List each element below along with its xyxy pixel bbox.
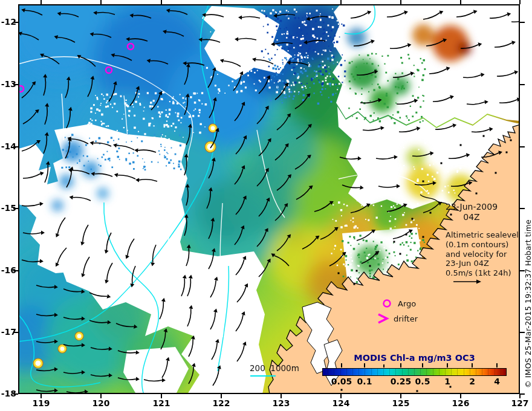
altimetry-info-annotation: Altimetric sealevel (0.1m contours) and …	[446, 230, 524, 278]
x-tick	[340, 0, 342, 4]
x-tick	[41, 394, 42, 398]
x-tick-label: 119	[29, 398, 53, 408]
colorbar-tick	[422, 363, 423, 367]
y-tick-label: -12	[0, 17, 16, 27]
colorbar-tick	[341, 363, 342, 367]
drifter-legend-label: drifter	[394, 314, 418, 323]
info-line: 23-Jun 04Z	[446, 259, 524, 268]
colorbar-tick	[364, 363, 365, 367]
x-tick	[519, 0, 521, 4]
x-tick	[519, 394, 521, 398]
x-tick	[161, 394, 162, 398]
info-line: and velocity for	[446, 250, 524, 259]
x-tick	[460, 394, 461, 398]
date-line: 23-Jun-2009	[432, 202, 511, 212]
x-tick-label: 126	[449, 398, 473, 408]
y-tick-label: -15	[0, 203, 16, 213]
x-tick	[100, 0, 102, 4]
map-area	[18, 4, 520, 394]
colorbar-segments	[322, 368, 507, 376]
info-line: 0.5m/s (1kt 24h)	[446, 268, 524, 278]
info-line: Altimetric sealevel	[446, 230, 524, 240]
x-tick-label: 122	[209, 398, 233, 408]
x-tick	[400, 0, 401, 4]
argo-legend-label: Argo	[398, 299, 416, 308]
y-tick	[520, 22, 525, 23]
y-tick-label: -16	[0, 265, 16, 275]
colorbar-minor-tick	[383, 364, 384, 367]
x-tick-label: 127	[508, 398, 532, 408]
x-tick	[100, 394, 102, 398]
y-tick	[520, 146, 525, 147]
colorbar-tick	[400, 363, 401, 367]
x-tick-label: 123	[269, 398, 293, 408]
date-annotation: 23-Jun-2009 04Z	[432, 202, 511, 222]
y-tick-label: -14	[0, 141, 16, 151]
info-line: (0.1m contours)	[446, 240, 524, 250]
map-canvas	[18, 4, 520, 394]
x-tick	[221, 0, 222, 4]
depth-contour-legend-label: 200 1000m	[250, 363, 299, 373]
colorbar-tick	[447, 363, 448, 367]
x-tick	[281, 0, 282, 4]
y-tick-label: -17	[0, 327, 16, 337]
x-tick	[161, 0, 162, 4]
colorbar-title: MODIS Chl-a mg/m3 OC3	[322, 353, 507, 363]
x-tick-label: 121	[149, 398, 174, 408]
copyright-credit: © IMOS 25-Mar-2015 19:32:37 Hobart time	[524, 176, 532, 388]
colorbar-tick-label: 4	[482, 377, 511, 386]
x-tick	[221, 394, 222, 398]
y-tick-label: -18	[0, 389, 16, 398]
x-tick	[41, 0, 42, 4]
colorbar-tick	[496, 363, 498, 367]
x-tick-label: 124	[329, 398, 353, 408]
x-tick	[400, 394, 401, 398]
x-tick-label: 125	[389, 398, 413, 408]
y-tick-label: -13	[0, 79, 16, 89]
x-tick	[340, 394, 342, 398]
y-tick	[520, 84, 525, 85]
date-time-line: 04Z	[432, 212, 511, 222]
imos-chlorophyll-map-figure: 119120121122123124125126127 -12-13-14-15…	[0, 0, 532, 411]
colorbar-tick-label: 0.1	[350, 377, 379, 386]
x-tick	[281, 394, 282, 398]
x-tick	[460, 0, 461, 4]
colorbar-tick	[472, 363, 473, 367]
y-tick	[520, 393, 525, 395]
x-tick-label: 120	[89, 398, 113, 408]
